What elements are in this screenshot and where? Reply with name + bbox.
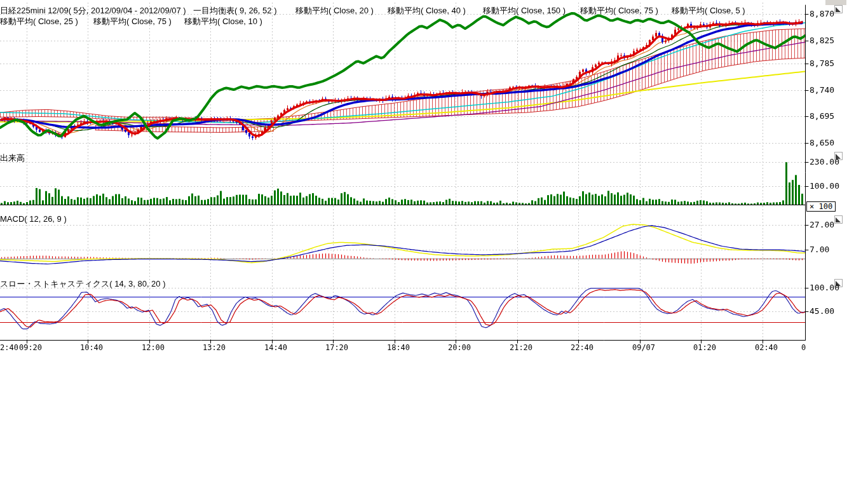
x-axis-label: 14:40: [264, 343, 287, 352]
stoch-pane-label: スロー・ストキャスティクス( 14, 3, 80, 20 ): [0, 278, 166, 290]
x-axis-label: 02:40: [755, 343, 778, 352]
ma25-label: 移動平均( Close, 25 ): [0, 16, 78, 27]
ma40-label: 移動平均( Close, 40 ): [388, 5, 466, 17]
ma5-label: 移動平均( Close, 5 ): [672, 5, 745, 17]
x-axis-label: 17:20: [325, 343, 348, 352]
macd-pane-label: MACD( 12, 26, 9 ): [0, 214, 67, 224]
ichimoku-label: 一目均衡表( 9, 26, 52 ): [193, 5, 276, 17]
ma150-label: 移動平均( Close, 150 ): [483, 5, 566, 17]
x-axis-label: 18:40: [387, 343, 410, 352]
x-axis-label: 01:20: [693, 343, 716, 352]
price-ytick-label: 8,785: [810, 58, 834, 68]
macd-pane-corner-button[interactable]: [834, 215, 843, 224]
ma75-label: 移動平均( Close, 75 ): [580, 5, 658, 17]
price-ytick-label: 8,650: [810, 138, 834, 147]
x-axis-label: 22:40: [571, 343, 593, 352]
x-axis-label-partial: 0: [801, 343, 806, 352]
chart-title: 日経225mini 12/09( 5分, 2012/09/04 - 2012/0…: [0, 5, 186, 17]
corner-triangle-icon: [836, 7, 841, 12]
volume-pane-label: 出来高: [0, 152, 25, 164]
price-ytick-label: 8,825: [810, 36, 834, 45]
price-ytick-label: 8,695: [810, 111, 834, 121]
x-axis-label: 20:00: [448, 343, 471, 352]
volume-multiplier-badge: × 100: [806, 201, 836, 212]
x-axis-label: 13:20: [203, 343, 226, 352]
window-chrome-fragment: [825, 0, 846, 5]
volume-ytick-label: 230.00: [810, 157, 839, 166]
x-axis-label-partial: 2:40: [0, 343, 18, 352]
stoch-ytick-label: 100.00: [810, 283, 839, 292]
stoch-ytick-label: 45.00: [810, 306, 834, 316]
x-axis-label: 21:20: [510, 343, 532, 352]
x-axis-label: 12:00: [142, 343, 165, 352]
ma10-label: 移動平均( Close, 10 ): [184, 16, 262, 27]
ma75b-label: 移動平均( Close, 75 ): [93, 16, 172, 27]
volume-ytick-label: 100.00: [810, 181, 839, 191]
chart-window: 日経225mini 12/09( 5分, 2012/09/04 - 2012/0…: [0, 0, 868, 488]
x-axis-label: 09:20: [19, 343, 42, 352]
x-axis-label: 10:40: [80, 343, 103, 352]
price-ytick-label: 8,870: [810, 9, 834, 18]
x-axis-label: 09/07: [632, 343, 655, 352]
macd-ytick-label: 7.00: [810, 245, 829, 254]
macd-ytick-label: 27.00: [810, 220, 834, 229]
price-ytick-label: 8,740: [810, 85, 834, 95]
chart-canvas: [0, 0, 868, 488]
price-pane-corner-button[interactable]: [834, 5, 843, 13]
ma20-label: 移動平均( Close, 20 ): [295, 5, 374, 17]
corner-triangle-icon: [836, 217, 841, 222]
